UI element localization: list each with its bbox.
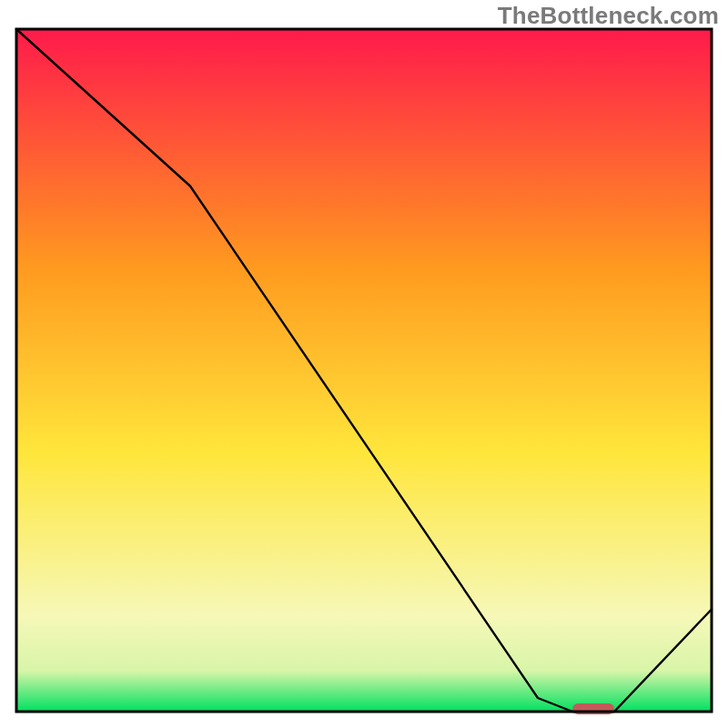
chart-container: TheBottleneck.com	[0, 0, 728, 728]
watermark-text: TheBottleneck.com	[498, 2, 719, 30]
plot-gradient-background	[16, 29, 712, 712]
bottleneck-curve-chart	[0, 0, 728, 728]
